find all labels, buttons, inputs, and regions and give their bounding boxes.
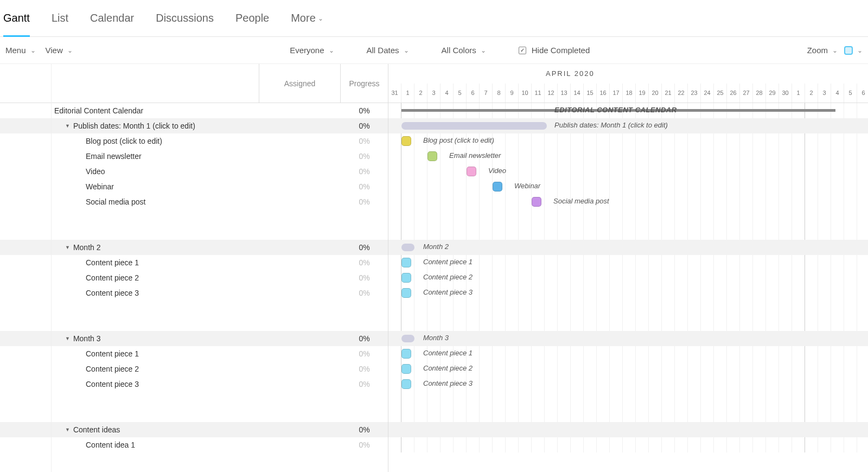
day-header-cell[interactable]: 4 (441, 84, 454, 103)
group-row[interactable]: ▼Publish dates: Month 1 (click to edit)0… (0, 118, 388, 133)
collapse-toggle-icon[interactable]: ▼ (65, 245, 70, 250)
task-bar[interactable] (401, 258, 411, 267)
task-row[interactable]: Blog post (click to edit)0% (0, 133, 388, 149)
filter-colors[interactable]: All Colors⌄ (442, 46, 486, 55)
day-header-cell[interactable]: 3 (427, 84, 441, 103)
day-header-cell[interactable]: 31 (388, 84, 401, 103)
row-label: Editorial Content Calendar (54, 106, 143, 115)
collapse-toggle-icon[interactable]: ▼ (65, 123, 70, 129)
day-header-cell[interactable]: 1 (401, 84, 414, 103)
day-header-cell[interactable]: 2 (414, 84, 427, 103)
day-header-cell[interactable]: 19 (636, 84, 649, 103)
row-progress: 0% (341, 380, 388, 388)
tab-people[interactable]: People (235, 0, 269, 37)
tab-gantt[interactable]: Gantt (3, 0, 30, 37)
day-header-cell[interactable]: 11 (532, 84, 545, 103)
day-header-cell[interactable]: 7 (480, 84, 493, 103)
filter-dates[interactable]: All Dates⌄ (367, 46, 409, 55)
task-bar[interactable] (401, 288, 411, 298)
day-header-cell[interactable]: 28 (753, 84, 766, 103)
group-row[interactable]: ▼Month 20% (0, 240, 388, 255)
day-header-cell[interactable]: 22 (675, 84, 688, 103)
color-picker[interactable]: ⌄ (844, 46, 863, 55)
task-row[interactable]: Video0% (0, 164, 388, 179)
day-header-cell[interactable]: 30 (779, 84, 792, 103)
day-header-cell[interactable]: 24 (701, 84, 714, 103)
task-row[interactable]: Content idea 10% (0, 437, 388, 452)
task-list-pane: Assigned Progress Editorial Content Cale… (0, 64, 388, 472)
chevron-down-icon: ⌄ (832, 47, 838, 54)
day-header-cell[interactable]: 5 (454, 84, 467, 103)
month-header: APRIL 2020 (388, 64, 868, 84)
view-dropdown[interactable]: View⌄ (46, 46, 73, 55)
day-header-cell[interactable]: 14 (571, 84, 584, 103)
group-row[interactable]: ▼Content ideas0% (0, 422, 388, 437)
day-header-cell[interactable]: 1 (792, 84, 805, 103)
timeline-pane: APRIL 2020 31123456789101112131415161718… (388, 64, 868, 472)
group-bar[interactable] (401, 244, 414, 251)
task-bar[interactable] (401, 349, 411, 359)
tab-more[interactable]: More⌄ (291, 0, 323, 37)
collapse-toggle-icon[interactable]: ▼ (65, 427, 70, 432)
tab-list[interactable]: List (52, 0, 68, 37)
task-row[interactable]: Content piece 20% (0, 361, 388, 377)
task-bar[interactable] (427, 151, 437, 161)
day-header-cell[interactable]: 6 (467, 84, 480, 103)
task-row[interactable]: Webinar0% (0, 179, 388, 194)
timeline-row (388, 225, 868, 240)
task-row[interactable]: Content piece 20% (0, 270, 388, 285)
top-tabs: Gantt List Calendar Discussions People M… (0, 0, 868, 37)
day-header-cell[interactable]: 23 (688, 84, 701, 103)
day-header-cell[interactable]: 15 (584, 84, 597, 103)
day-header-cell[interactable]: 16 (597, 84, 610, 103)
day-header-cell[interactable]: 26 (727, 84, 740, 103)
day-header-cell[interactable]: 25 (714, 84, 727, 103)
filter-everyone[interactable]: Everyone⌄ (290, 46, 334, 55)
tab-calendar[interactable]: Calendar (90, 0, 134, 37)
task-row[interactable]: Content piece 10% (0, 346, 388, 361)
task-bar[interactable] (532, 197, 541, 207)
task-bar[interactable] (467, 167, 476, 176)
group-row[interactable]: ▼Month 30% (0, 331, 388, 346)
task-bar[interactable] (401, 136, 411, 146)
row-label: Content piece 1 (86, 349, 139, 358)
day-header-cell[interactable]: 3 (818, 84, 831, 103)
task-row[interactable]: Social media post0% (0, 194, 388, 209)
timeline-label: Content piece 2 (423, 364, 473, 372)
task-row[interactable]: Content piece 30% (0, 285, 388, 301)
day-header-cell[interactable]: 12 (545, 84, 558, 103)
task-bar[interactable] (493, 182, 502, 192)
day-header-cell[interactable]: 20 (649, 84, 662, 103)
timeline-label: EDITORIAL CONTENT CALENDAR (554, 106, 677, 114)
day-header-cell[interactable]: 21 (662, 84, 675, 103)
tab-discussions[interactable]: Discussions (156, 0, 214, 37)
day-header-cell[interactable]: 8 (493, 84, 506, 103)
task-row[interactable]: Email newsletter0% (0, 149, 388, 164)
task-row[interactable]: Content piece 30% (0, 377, 388, 392)
day-header-cell[interactable]: 17 (610, 84, 623, 103)
task-bar[interactable] (401, 273, 411, 283)
timeline-label: Publish dates: Month 1 (click to edit) (554, 121, 668, 129)
day-header-cell[interactable]: 10 (519, 84, 532, 103)
group-bar[interactable] (401, 335, 414, 342)
day-header-cell[interactable]: 2 (805, 84, 818, 103)
day-header-cell[interactable]: 13 (558, 84, 571, 103)
hide-completed-toggle[interactable]: ✓Hide Completed (519, 46, 590, 55)
task-bar[interactable] (401, 364, 411, 374)
zoom-dropdown[interactable]: Zoom⌄ (807, 46, 838, 55)
day-header-cell[interactable]: 27 (740, 84, 753, 103)
day-header-cell[interactable]: 29 (766, 84, 779, 103)
collapse-toggle-icon[interactable]: ▼ (65, 336, 70, 341)
group-bar[interactable] (401, 122, 547, 130)
project-row[interactable]: Editorial Content Calendar0% (0, 103, 388, 118)
task-row[interactable]: Content piece 10% (0, 255, 388, 270)
timeline-row: Content piece 1 (388, 255, 868, 270)
day-header-cell[interactable]: 18 (623, 84, 636, 103)
row-name: Content piece 1 (0, 258, 259, 267)
day-header-cell[interactable]: 5 (844, 84, 857, 103)
day-header-cell[interactable]: 9 (506, 84, 519, 103)
menu-dropdown[interactable]: Menu⌄ (5, 46, 36, 55)
task-bar[interactable] (401, 379, 411, 389)
day-header-cell[interactable]: 6 (857, 84, 868, 103)
day-header-cell[interactable]: 4 (831, 84, 844, 103)
